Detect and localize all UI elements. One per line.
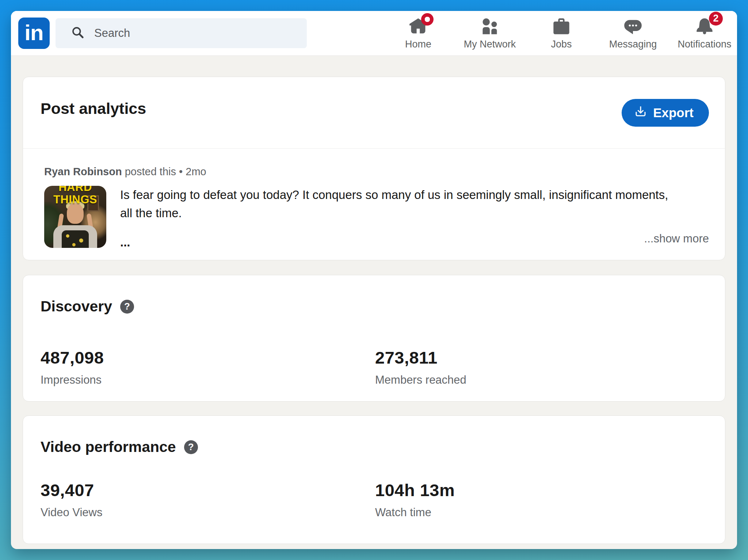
discovery-stats: 487,098 Impressions 273,811 Members reac… [41,348,707,387]
home-icon [409,17,428,36]
my-network-icon [480,17,499,36]
stat-impressions: 487,098 Impressions [41,348,375,387]
export-button-label: Export [653,106,694,120]
nav-label-home: Home [405,39,431,50]
help-icon[interactable]: ? [120,300,134,314]
post-analytics-header: Post analytics Export [23,77,725,149]
stat-members-reached: 273,811 Members reached [375,348,707,387]
help-icon[interactable]: ? [184,440,198,454]
thumbnail-title-text: HARD THINGS [44,186,106,206]
nav-label-notifications: Notifications [678,39,731,50]
bell-icon: 2 [695,17,714,36]
discovery-card: Discovery ? 487,098 Impressions 273,811 … [23,275,725,402]
linkedin-logo[interactable]: in [18,18,50,49]
download-icon [634,105,647,121]
post-meta: Ryan Robinson posted this • 2mo [44,166,709,178]
search-icon [71,26,85,41]
post-analytics-card: Post analytics Export Ryan Robinson post… [23,77,725,260]
linkedin-logo-text: in [24,20,43,45]
post-preview: Ryan Robinson posted this • 2mo HARD [44,166,709,248]
post-author[interactable]: Ryan Robinson [44,166,122,177]
nav-item-my-network[interactable]: My Network [454,11,526,55]
stat-watch-time: 104h 13m Watch time [375,480,707,519]
search-input[interactable] [94,27,284,40]
jobs-icon [552,17,571,36]
video-performance-title-row: Video performance ? [41,438,198,456]
post-body: Is fear going to defeat you today? It co… [120,186,709,248]
notification-count-badge: 2 [709,12,723,26]
members-reached-value: 273,811 [375,348,707,368]
post-meta-rest: posted this • 2mo [125,166,206,177]
home-notification-dot-badge [421,13,434,26]
app-window: in Home My [11,11,737,549]
post-body-line2: all the time. [120,204,709,222]
watch-time-value: 104h 13m [375,480,707,500]
impressions-value: 487,098 [41,348,375,368]
video-performance-title: Video performance [41,438,176,456]
nav-item-jobs[interactable]: Jobs [526,11,597,55]
show-more-link[interactable]: ...show more [644,230,709,248]
video-performance-card: Video performance ? 39,407 Video Views 1… [23,415,725,544]
messaging-icon [623,17,642,36]
nav-label-my-network: My Network [464,39,516,50]
nav-label-jobs: Jobs [551,39,572,50]
nav-label-messaging: Messaging [609,39,657,50]
stat-video-views: 39,407 Video Views [41,480,375,519]
members-reached-label: Members reached [375,373,707,387]
global-nav-bar: in Home My [11,11,737,56]
video-views-value: 39,407 [41,480,375,500]
thumbnail-title-line1: HARD [58,186,92,193]
video-performance-stats: 39,407 Video Views 104h 13m Watch time [41,480,707,519]
nav-item-notifications[interactable]: 2 Notifications [669,11,737,55]
post-body-ellipsis: ... [120,237,130,248]
watch-time-label: Watch time [375,506,707,519]
thumbnail-apron [62,230,89,248]
thumbnail-title-line2: THINGS [53,193,97,206]
post-body-line1: Is fear going to defeat you today? It co… [120,186,709,204]
discovery-title-row: Discovery ? [41,298,134,315]
help-glyph: ? [124,301,130,312]
page-title: Post analytics [41,100,146,118]
nav-items: Home My Network Jobs Messaging [382,11,737,55]
thumbnail-head [67,203,84,224]
discovery-title: Discovery [41,298,112,315]
search-bar[interactable] [56,18,307,48]
help-glyph: ? [188,441,194,453]
export-button[interactable]: Export [622,99,709,127]
nav-item-home[interactable]: Home [382,11,454,55]
nav-item-messaging[interactable]: Messaging [597,11,669,55]
post-thumbnail[interactable]: HARD THINGS [44,186,106,248]
video-views-label: Video Views [41,506,375,519]
impressions-label: Impressions [41,373,375,387]
